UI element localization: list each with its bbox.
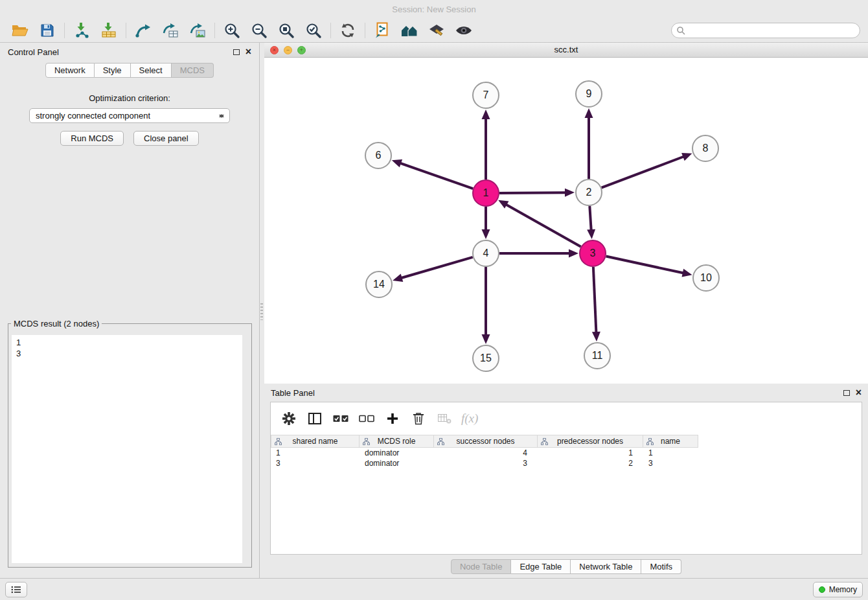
memory-label: Memory (829, 585, 857, 594)
graph-node-label: 3 (590, 248, 596, 259)
eye-icon (455, 24, 473, 37)
search-input[interactable] (671, 23, 860, 38)
visual-style-button[interactable] (423, 20, 450, 41)
close-panel-icon[interactable]: × (246, 47, 251, 57)
window-titlebar[interactable]: Session: New Session (0, 0, 868, 18)
graph-edge-2-3[interactable] (589, 206, 591, 231)
column-header-name[interactable]: name (643, 435, 698, 448)
search-icon (676, 26, 685, 37)
delete-column-button[interactable] (434, 408, 455, 430)
export-image-button[interactable] (184, 20, 211, 41)
import-network-icon (73, 22, 90, 39)
memory-button[interactable]: Memory (813, 582, 863, 597)
export-network-button[interactable] (130, 20, 157, 41)
sort-icon (541, 438, 548, 445)
refresh-layout-button[interactable] (334, 20, 361, 41)
function-builder-button[interactable]: f(x) (461, 411, 478, 426)
edge-arrowhead (681, 153, 692, 161)
table-row[interactable]: 3dominator323 (271, 458, 862, 468)
tab-motifs[interactable]: Motifs (641, 559, 681, 574)
table-close-icon[interactable]: × (856, 387, 862, 398)
mcds-result-list[interactable]: 13 (12, 335, 242, 563)
graphics-details-button[interactable] (450, 20, 477, 41)
deselect-all-button[interactable] (356, 408, 377, 430)
control-panel-header: Control Panel × (0, 43, 259, 61)
select-all-icon (333, 415, 348, 422)
graph-node-label: 4 (483, 248, 489, 259)
sort-icon (646, 438, 654, 445)
graph-edge-3-10[interactable] (606, 257, 685, 273)
close-panel-button[interactable]: Close panel (133, 131, 199, 146)
zoom-selected-button[interactable] (300, 20, 327, 41)
run-mcds-button[interactable]: Run MCDS (60, 131, 124, 146)
memory-dot-icon (819, 586, 825, 593)
save-session-button[interactable] (34, 20, 61, 41)
open-session-button[interactable] (6, 20, 34, 41)
toolbar-separator (214, 23, 215, 38)
column-header-successor-nodes[interactable]: successor nodes (434, 435, 538, 448)
network-canvas[interactable]: 7968124314101511 (264, 58, 868, 384)
zoom-out-button[interactable] (246, 20, 273, 41)
table-row[interactable]: 1dominator411 (271, 448, 862, 458)
network-document-icon (374, 22, 390, 39)
delete-row-button[interactable] (408, 408, 429, 430)
table-toolbar: f(x) (271, 402, 862, 435)
tab-edge-table[interactable]: Edge Table (511, 559, 571, 574)
column-header-label: MCDS role (378, 437, 416, 446)
table-settings-button[interactable] (279, 408, 299, 430)
table-panel-header: Table Panel × (264, 384, 868, 402)
close-window-button[interactable]: × (270, 46, 279, 54)
panel-divider[interactable] (260, 43, 264, 578)
import-network-button[interactable] (68, 20, 95, 41)
zoom-in-button[interactable] (218, 20, 246, 41)
network-title: scc.txt (264, 45, 868, 54)
table-cell: 1 (271, 448, 360, 458)
refresh-icon (339, 22, 356, 39)
column-header-predecessor-nodes[interactable]: predecessor nodes (538, 435, 643, 448)
graph-edge-4-14[interactable] (400, 257, 473, 279)
zoom-glyph: + (300, 47, 303, 53)
toggle-column-button[interactable] (304, 408, 325, 430)
command-panel-button[interactable] (5, 582, 27, 597)
zoom-fit-button[interactable] (273, 20, 300, 41)
tab-select[interactable]: Select (131, 63, 172, 78)
import-table-button[interactable] (95, 20, 122, 41)
export-table-button[interactable] (157, 20, 184, 41)
optimization-select[interactable]: strongly connected component (29, 108, 230, 123)
tab-network-table[interactable]: Network Table (571, 559, 641, 574)
toolbar-separator (365, 23, 365, 38)
optimization-criterion-label: Optimization criterion: (0, 93, 259, 103)
network-window-titlebar[interactable]: × − + scc.txt (264, 43, 868, 58)
network-overview-button[interactable] (369, 20, 396, 41)
graph-edge-1-6[interactable] (399, 163, 473, 189)
column-header-shared-name[interactable]: shared name (271, 435, 360, 448)
select-all-button[interactable] (330, 408, 351, 430)
minimize-window-button[interactable]: − (284, 46, 292, 54)
tab-network[interactable]: Network (45, 63, 95, 78)
float-panel-icon[interactable] (233, 49, 240, 55)
table-cell: 1 (643, 448, 698, 458)
table-float-icon[interactable] (843, 390, 850, 396)
edge-arrowhead (392, 159, 402, 167)
graph-node-label: 8 (703, 143, 709, 154)
tab-style[interactable]: Style (95, 63, 131, 78)
table-tabs: Node TableEdge TableNetwork TableMotifs (264, 555, 868, 578)
cybrowser-home-button[interactable] (396, 20, 423, 41)
table-cell: 4 (434, 448, 538, 458)
column-header-label: successor nodes (456, 437, 514, 446)
zoom-out-icon (251, 22, 268, 39)
table-cell: 1 (538, 448, 643, 458)
tab-node-table[interactable]: Node Table (451, 559, 512, 574)
graph-edge-2-8[interactable] (602, 156, 685, 188)
list-icon (11, 586, 21, 594)
column-header-mcds-role[interactable]: MCDS role (360, 435, 434, 448)
edge-arrowhead (592, 332, 600, 341)
tab-mcds[interactable]: MCDS (172, 63, 214, 78)
minimize-glyph: − (286, 47, 290, 53)
add-row-button[interactable] (382, 408, 403, 430)
zoom-window-button[interactable]: + (297, 46, 306, 54)
graph-node-label: 14 (373, 279, 385, 290)
graph-edge-3-1[interactable] (505, 204, 581, 247)
graph-edge-3-11[interactable] (593, 267, 597, 334)
graph-edge-1-2[interactable] (499, 192, 567, 193)
